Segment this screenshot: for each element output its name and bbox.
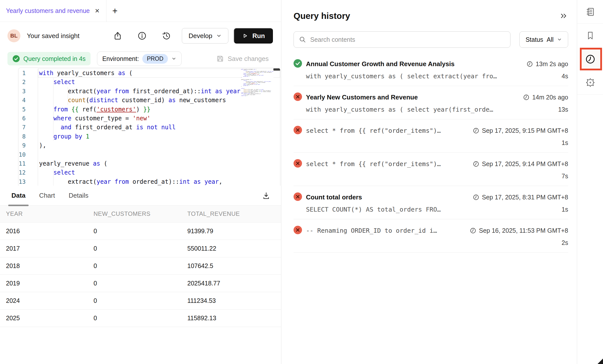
- history-item[interactable]: select * from {{ ref("order_items")…Sep …: [294, 153, 568, 186]
- results-tab-details[interactable]: Details: [69, 186, 88, 205]
- history-item[interactable]: -- Renaming ORDER_ID to order_id i…Sep 1…: [294, 219, 568, 253]
- share-icon[interactable]: [113, 31, 123, 41]
- table-cell: 2016: [0, 222, 94, 240]
- version-history-icon[interactable]: [161, 31, 171, 41]
- history-item-title: Yearly New Customers and Revenue: [306, 93, 418, 101]
- rail-item-bookmarks[interactable]: [577, 24, 603, 47]
- history-item-main-row: -- Renaming ORDER_ID to order_id i…Sep 1…: [294, 226, 568, 235]
- editor-scrollbar-thumb[interactable]: [273, 68, 280, 71]
- history-item[interactable]: Annual Customer Growth and Revenue Analy…: [294, 53, 568, 86]
- table-row: 20170550011.22: [0, 240, 281, 257]
- timestamp-text: 14m 20s ago: [532, 94, 568, 101]
- rail-item-notebook[interactable]: [577, 0, 603, 24]
- develop-label: Develop: [189, 32, 212, 40]
- run-label: Run: [252, 32, 265, 40]
- search-input[interactable]: [310, 36, 505, 43]
- timestamp-text: Sep 17, 2025, 9:15 PM GMT+8: [482, 127, 568, 134]
- line-number: 7: [18, 123, 38, 132]
- search-box[interactable]: [294, 31, 510, 48]
- table-cell: 2025: [0, 309, 94, 327]
- clock-icon: [473, 194, 479, 201]
- status-filter-dropdown[interactable]: Status All: [519, 31, 568, 48]
- sql-editor[interactable]: 1with yearly_customers as (2 select3 ext…: [0, 68, 281, 186]
- indent-guide: [68, 87, 68, 105]
- table-cell: 2017: [0, 240, 94, 257]
- save-changes-button[interactable]: Save changes: [216, 55, 269, 63]
- tab-bar: Yearly customers and revenue ✕ +: [0, 0, 281, 22]
- avatar: BL: [7, 29, 20, 42]
- history-item-timestamp: Sep 17, 2025, 9:15 PM GMT+8: [468, 127, 568, 134]
- insight-toolbar: BL Your saved insight: [0, 22, 281, 50]
- close-tab-icon[interactable]: ✕: [95, 7, 100, 14]
- rail-item-lineage[interactable]: [577, 71, 603, 94]
- environment-label: Environment:: [102, 55, 139, 62]
- error-status-icon: [294, 159, 302, 169]
- new-tab-button[interactable]: +: [106, 0, 123, 22]
- history-item-duration: 2s: [557, 239, 568, 246]
- table-cell: 0: [94, 257, 187, 274]
- history-item-detail-row: with yearly_customers as ( select year(f…: [294, 106, 568, 113]
- history-item[interactable]: Yearly New Customers and Revenue14m 20s …: [294, 86, 568, 119]
- history-item-duration: 7s: [557, 173, 568, 180]
- history-item-sql-preview: with yearly_customers as ( select extrac…: [306, 73, 497, 80]
- results-tab-data[interactable]: Data: [11, 186, 25, 205]
- info-icon[interactable]: [137, 31, 147, 41]
- environment-selector[interactable]: Environment: PROD: [97, 51, 182, 66]
- error-status-icon: [294, 126, 302, 135]
- tab-title: Yearly customers and revenue: [6, 7, 90, 14]
- rail-item-query-history[interactable]: [577, 47, 603, 71]
- error-status-icon: [294, 92, 302, 102]
- history-item-main-row: Annual Customer Growth and Revenue Analy…: [294, 59, 568, 69]
- line-number: 12: [18, 168, 38, 177]
- history-item-detail-row: SELECT COUNT(*) AS total_orders FRO…1s: [294, 206, 568, 213]
- history-item-main-row: select * from {{ ref("order_items")…Sep …: [294, 126, 568, 135]
- table-cell: 2024: [0, 292, 94, 309]
- table-cell: 0: [94, 240, 187, 257]
- results-tab-chart[interactable]: Chart: [39, 186, 55, 205]
- code-area[interactable]: 1with yearly_customers as (2 select3 ext…: [18, 68, 280, 186]
- error-x-icon: [294, 226, 302, 234]
- table-cell: 2019: [0, 274, 94, 292]
- table-cell: 0: [94, 309, 187, 327]
- error-status-icon: [294, 192, 302, 202]
- history-item-detail-row: 7s: [294, 173, 568, 180]
- history-item[interactable]: Count total ordersSep 17, 2025, 8:31 PM …: [294, 186, 568, 219]
- clock-icon: [473, 127, 479, 134]
- line-number: 3: [18, 87, 38, 96]
- play-icon: [242, 33, 248, 39]
- history-item-duration: 13s: [553, 106, 568, 113]
- owner-label: Your saved insight: [27, 32, 80, 40]
- table-cell: 2018: [0, 257, 94, 274]
- run-button[interactable]: Run: [234, 28, 273, 44]
- timestamp-text: 13m 2s ago: [536, 60, 568, 68]
- history-item-timestamp: Sep 17, 2025, 9:14 PM GMT+8: [468, 160, 568, 168]
- collapse-panel-icon[interactable]: [559, 12, 568, 20]
- download-icon[interactable]: [261, 191, 271, 201]
- query-history-panel: Query history Status All Annual Customer…: [282, 0, 577, 364]
- table-cell: 2025418.77: [187, 274, 281, 292]
- develop-button[interactable]: Develop: [182, 28, 228, 44]
- minimap-content: with yearly_customers as ( select extrac…: [241, 69, 246, 96]
- table-cell: 115892.13: [187, 309, 281, 327]
- right-icon-rail: [577, 0, 603, 364]
- status-bar: Query completed in 4s Environment: PROD …: [0, 50, 281, 68]
- history-item-main-row: select * from {{ ref("order_items")…Sep …: [294, 159, 568, 169]
- history-item-main-row: Yearly New Customers and Revenue14m 20s …: [294, 92, 568, 102]
- corner-resize-handle: [598, 359, 603, 364]
- code-line[interactable]: 12 select: [18, 168, 280, 177]
- line-number: 2: [18, 78, 38, 87]
- editor-minimap[interactable]: with yearly_customers as ( select extrac…: [241, 69, 273, 163]
- history-item[interactable]: select * from {{ ref("order_items")…Sep …: [294, 119, 568, 153]
- code-text: select: [38, 168, 280, 177]
- timestamp-text: Sep 17, 2025, 8:31 PM GMT+8: [482, 194, 568, 201]
- history-item-sql-preview: SELECT COUNT(*) AS total_orders FRO…: [306, 206, 441, 213]
- history-item-title: Annual Customer Growth and Revenue Analy…: [306, 60, 454, 68]
- line-number: 4: [18, 96, 38, 105]
- tab-yearly-customers[interactable]: Yearly customers and revenue ✕: [0, 0, 106, 22]
- query-status-text: Query completed in 4s: [23, 55, 86, 62]
- error-x-icon: [294, 126, 302, 134]
- clock-icon: [585, 54, 596, 65]
- code-line[interactable]: 13 extract(year from ordered_at)::int as…: [18, 177, 280, 186]
- line-number: 8: [18, 132, 38, 141]
- line-number: 13: [18, 177, 38, 186]
